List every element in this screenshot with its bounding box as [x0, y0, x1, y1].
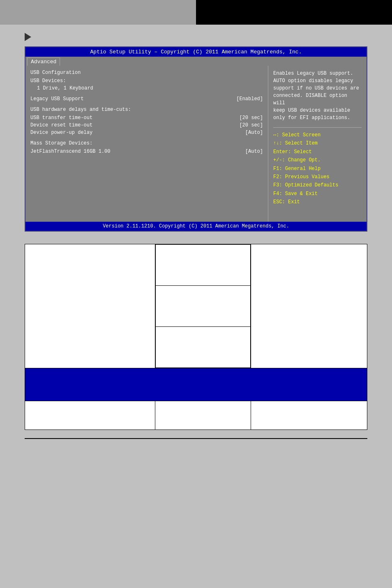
cell-1-3 [251, 244, 367, 368]
bios-version-text: Version 2.11.1210. Copyright (C) 2011 Am… [103, 223, 289, 229]
key-help-section: ↔: Select Screen ↑↓: Select Item Enter: … [273, 131, 362, 207]
table-section [25, 244, 367, 430]
outer-table [25, 244, 367, 430]
device-reset-value: [20 sec] [239, 122, 263, 128]
help-line3: support if no USB devices are [273, 85, 362, 92]
help-line4: connected. DISABLE option will [273, 92, 362, 107]
help-line6: only for EFI applications. [273, 114, 362, 122]
inner-row-2 [155, 286, 250, 327]
key9: ESC: Exit [273, 198, 362, 206]
usb-devices-value: 1 Drive, 1 Keyboard [37, 85, 263, 91]
bios-main-content: USB Configuration USB Devices: 1 Drive, … [25, 66, 367, 222]
key7: F3: Optimized Defaults [273, 181, 362, 189]
table-row-1 [25, 244, 367, 368]
arrow-area [25, 33, 392, 42]
cell-3-1 [25, 401, 155, 430]
key1: ↔: Select Screen [273, 131, 362, 139]
table-row-2 [25, 368, 367, 401]
key2: ↑↓: Select Item [273, 139, 362, 147]
tab-advanced[interactable]: Advanced [27, 57, 60, 66]
inner-row-3 [155, 327, 250, 368]
bios-bottom-bar: Version 2.11.1210. Copyright (C) 2011 Am… [25, 222, 367, 231]
device-reset-label: Device reset time-out [30, 122, 92, 128]
device-powerup-row[interactable]: Device power-up delay [Auto] [30, 130, 263, 136]
inner-cell-1-3 [155, 327, 250, 368]
bios-left-panel: USB Configuration USB Devices: 1 Drive, … [25, 66, 268, 222]
usb-transfer-value: [20 sec] [239, 115, 263, 121]
section-divider [25, 438, 367, 439]
right-panel-divider [273, 127, 362, 128]
hw-delays-title: USB hardware delays and time-cuts: [30, 107, 263, 113]
usb-config-title: USB Configuration [30, 70, 263, 76]
inner-row-1 [155, 245, 250, 286]
bios-tabs: Advanced [25, 57, 367, 66]
jetflash-label: JetFlashTranscend 16GB 1.00 [30, 149, 110, 154]
key8: F4: Save & Exit [273, 190, 362, 198]
legacy-usb-value: [Enabled] [236, 96, 263, 102]
bios-help-text: Enables Legacy USB support. AUTO option … [273, 70, 362, 122]
mass-storage-title: Mass Storage Devices: [30, 140, 263, 146]
cell-2-1 [25, 368, 367, 401]
device-powerup-value: [Auto] [245, 130, 263, 136]
inner-cell-1-2 [155, 286, 250, 327]
cell-3-2 [155, 401, 251, 430]
usb-devices-label: USB Devices: [30, 78, 66, 84]
bios-right-panel: Enables Legacy USB support. AUTO option … [268, 66, 367, 222]
bios-screen: Aptio Setup Utility – Copyright (C) 2011… [25, 46, 367, 232]
help-line2: AUTO option disables legacy [273, 77, 362, 85]
cell-1-1 [25, 244, 155, 368]
legacy-usb-row[interactable]: Legacy USB Support [Enabled] [30, 96, 263, 102]
key4: +/-: Change Opt. [273, 156, 362, 164]
bios-title-bar: Aptio Setup Utility – Copyright (C) 2011… [25, 47, 367, 57]
key3: Enter: Select [273, 148, 362, 156]
help-line1: Enables Legacy USB support. [273, 70, 362, 77]
jetflash-row[interactable]: JetFlashTranscend 16GB 1.00 [Auto] [30, 149, 263, 154]
jetflash-value: [Auto] [245, 149, 263, 154]
table-row-3 [25, 401, 367, 430]
usb-transfer-row[interactable]: USB transfer time-out [20 sec] [30, 115, 263, 121]
top-header [0, 0, 392, 25]
key5: F1: General Help [273, 165, 362, 173]
header-left-panel [0, 0, 196, 25]
device-powerup-label: Device power-up delay [30, 130, 92, 136]
header-right-panel [196, 0, 392, 25]
device-reset-row[interactable]: Device reset time-out [20 sec] [30, 122, 263, 128]
inner-table-1 [155, 244, 251, 368]
arrow-icon [25, 33, 31, 41]
bios-title-text: Aptio Setup Utility – Copyright (C) 2011… [90, 49, 302, 55]
legacy-usb-label: Legacy USB Support [30, 96, 84, 102]
cell-3-3 [251, 401, 367, 430]
usb-transfer-label: USB transfer time-out [30, 115, 92, 121]
inner-cell-1-1 [155, 245, 250, 286]
help-line5: keep USB devices available [273, 107, 362, 114]
key6: F2: Previous Values [273, 173, 362, 181]
